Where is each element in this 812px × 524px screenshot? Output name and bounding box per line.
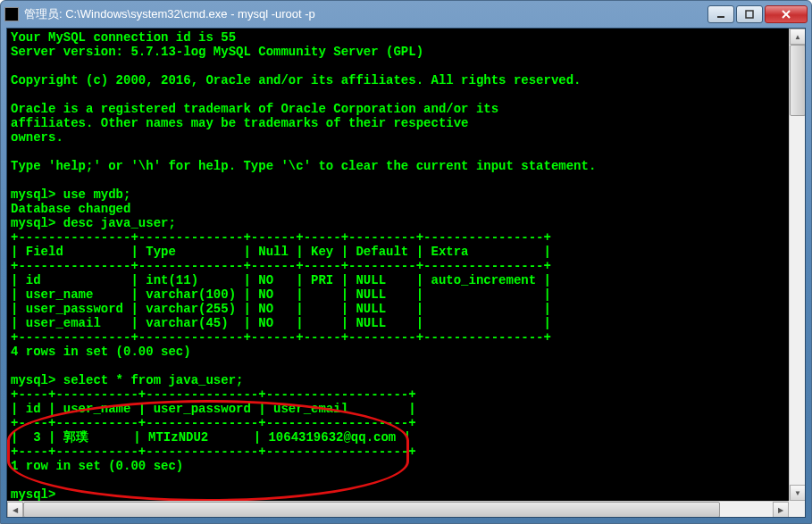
terminal-line: +----+-----------+---------------+------… [11, 445, 801, 459]
terminal-line: mysql> desc java_user; [11, 216, 801, 230]
terminal-line: Server version: 5.7.13-log MySQL Communi… [11, 45, 801, 59]
terminal-line: Oracle is a registered trademark of Orac… [11, 102, 801, 116]
horizontal-scrollbar[interactable]: ◀ ▶ [7, 501, 789, 517]
terminal-line: mysql> use mydb; [11, 187, 801, 202]
terminal-line: 1 row in set (0.00 sec) [11, 459, 801, 473]
terminal-line: | 3 | 郭璞 | MTIzNDU2 | 1064319632@qq.com … [11, 430, 801, 445]
scroll-left-button[interactable]: ◀ [7, 502, 23, 518]
terminal-line: +---------------+--------------+------+-… [11, 330, 801, 345]
scroll-right-button[interactable]: ▶ [773, 502, 789, 518]
terminal-line: | Field | Type | Null | Key | Default | … [11, 245, 801, 259]
terminal-line [11, 359, 801, 373]
terminal-line: Type 'help;' or '\h' for help. Type '\c'… [11, 159, 801, 173]
console-window: 管理员: C:\Windows\system32\cmd.exe - mysql… [0, 0, 812, 524]
vertical-scroll-thumb[interactable] [790, 45, 806, 116]
cmd-icon [4, 7, 19, 21]
terminal-line: affiliates. Other names may be trademark… [11, 116, 801, 130]
close-icon [781, 9, 791, 20]
minimize-icon [716, 9, 726, 20]
terminal-line: | id | int(11) | NO | PRI | NULL | auto_… [11, 273, 801, 287]
content-frame: Your MySQL connection id is 55Server ver… [6, 28, 806, 518]
window-title: 管理员: C:\Windows\system32\cmd.exe - mysql… [24, 6, 707, 22]
terminal-line: Your MySQL connection id is 55 [11, 30, 801, 45]
maximize-icon [744, 9, 755, 20]
terminal-line: owners. [11, 130, 801, 145]
terminal-line [11, 87, 801, 102]
scroll-down-button[interactable]: ▼ [790, 485, 806, 501]
terminal-output[interactable]: Your MySQL connection id is 55Server ver… [7, 29, 805, 501]
terminal-line: | id | user_name | user_password | user_… [11, 402, 801, 416]
scroll-up-button[interactable]: ▲ [790, 29, 806, 45]
terminal-line: +----+-----------+---------------+------… [11, 387, 801, 402]
terminal-line: Database changed [11, 202, 801, 216]
svg-rect-1 [746, 11, 753, 18]
terminal-line: 4 rows in set (0.00 sec) [11, 345, 801, 359]
terminal-line [11, 145, 801, 159]
minimize-button[interactable] [707, 5, 734, 23]
terminal-line: +---------------+--------------+------+-… [11, 259, 801, 273]
titlebar[interactable]: 管理员: C:\Windows\system32\cmd.exe - mysql… [1, 1, 811, 28]
scroll-corner [789, 501, 805, 517]
terminal-line [11, 59, 801, 73]
terminal-line: mysql> select * from java_user; [11, 373, 801, 387]
terminal-line [11, 473, 801, 487]
terminal-line: | user_password | varchar(255) | NO | | … [11, 302, 801, 316]
window-controls [707, 5, 808, 23]
close-button[interactable] [765, 5, 808, 23]
terminal-line: mysql> [11, 487, 801, 501]
terminal-line: +----+-----------+---------------+------… [11, 416, 801, 430]
terminal-line: +---------------+--------------+------+-… [11, 230, 801, 245]
maximize-button[interactable] [736, 5, 763, 23]
terminal-line: | user_email | varchar(45) | NO | | NULL… [11, 316, 801, 330]
terminal-line [11, 173, 801, 187]
horizontal-scroll-thumb[interactable] [23, 502, 720, 518]
vertical-scrollbar[interactable]: ▲ ▼ [789, 29, 805, 501]
terminal-line: Copyright (c) 2000, 2016, Oracle and/or … [11, 73, 801, 87]
terminal-line: | user_name | varchar(100) | NO | | NULL… [11, 287, 801, 302]
